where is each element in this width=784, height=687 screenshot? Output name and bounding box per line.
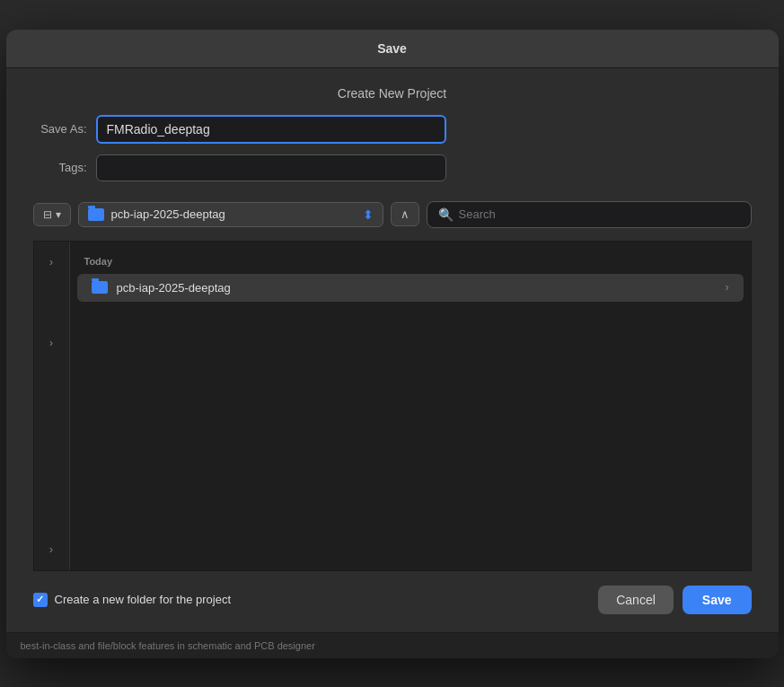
location-dropdown[interactable]: pcb-iap-2025-deeptag ⬍ bbox=[78, 202, 383, 227]
create-folder-checkbox[interactable] bbox=[33, 593, 48, 607]
dialog-content: Create New Project Save As: Tags: ⊟ ▾ bbox=[6, 68, 779, 571]
save-as-input[interactable] bbox=[96, 115, 446, 144]
folder-icon bbox=[88, 208, 104, 221]
tags-input[interactable] bbox=[96, 154, 446, 181]
search-icon: 🔍 bbox=[438, 207, 454, 222]
file-browser: › › › Today pcb-iap-2025-deeptag › bbox=[33, 241, 752, 571]
chevron-updown-icon: ⬍ bbox=[363, 207, 374, 222]
location-label: pcb-iap-2025-deeptag bbox=[111, 207, 356, 221]
tags-label: Tags: bbox=[33, 161, 96, 174]
dialog-overlay: Save Create New Project Save As: Tags: ⊟… bbox=[0, 0, 784, 687]
save-button[interactable]: Save bbox=[683, 586, 752, 614]
toolbar-row: ⊟ ▾ pcb-iap-2025-deeptag ⬍ ∧ 🔍 bbox=[33, 192, 752, 237]
file-item[interactable]: pcb-iap-2025-deeptag › bbox=[77, 274, 744, 302]
dialog-footer: Create a new folder for the project Canc… bbox=[6, 571, 779, 632]
button-group: Cancel Save bbox=[598, 586, 751, 614]
cancel-button[interactable]: Cancel bbox=[598, 586, 674, 614]
chevron-up-icon: ∧ bbox=[401, 207, 410, 221]
grid-icon: ⊟ bbox=[43, 208, 52, 221]
sidebar-arrow-bot[interactable]: › bbox=[34, 536, 69, 563]
checkbox-label: Create a new folder for the project bbox=[55, 593, 232, 606]
file-item-chevron-icon: › bbox=[726, 281, 729, 294]
dialog-title: Save bbox=[377, 41, 407, 56]
tags-row: Tags: bbox=[33, 154, 752, 181]
dialog-titlebar: Save bbox=[6, 30, 779, 68]
main-panel: Today pcb-iap-2025-deeptag › bbox=[70, 242, 751, 570]
checkbox-row: Create a new folder for the project bbox=[33, 593, 232, 607]
sidebar-toggle-button[interactable]: ⊟ ▾ bbox=[33, 203, 71, 226]
sidebar-panel: › › › bbox=[34, 242, 70, 570]
chevron-down-icon: ▾ bbox=[56, 208, 61, 221]
file-item-name: pcb-iap-2025-deeptag bbox=[117, 281, 717, 295]
search-box[interactable]: 🔍 bbox=[427, 201, 752, 228]
section-title: Create New Project bbox=[33, 86, 752, 101]
save-dialog: Save Create New Project Save As: Tags: ⊟… bbox=[6, 30, 779, 658]
sidebar-arrow-top[interactable]: › bbox=[34, 249, 69, 276]
save-as-label: Save As: bbox=[33, 122, 96, 136]
up-button[interactable]: ∧ bbox=[391, 202, 419, 226]
search-input[interactable] bbox=[459, 207, 740, 221]
bottom-hint: best-in-class and file/block features in… bbox=[6, 632, 779, 658]
save-as-row: Save As: bbox=[33, 115, 752, 144]
file-folder-icon bbox=[92, 281, 108, 294]
sidebar-arrow-mid[interactable]: › bbox=[34, 330, 69, 357]
today-header: Today bbox=[70, 251, 751, 272]
